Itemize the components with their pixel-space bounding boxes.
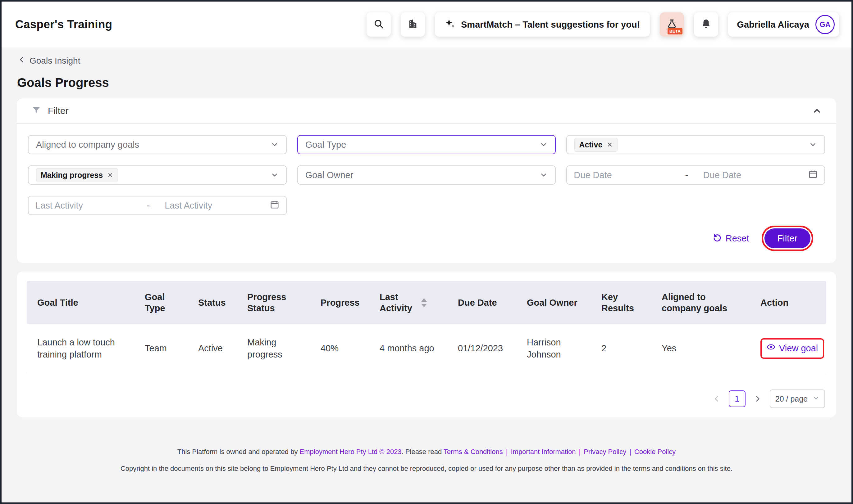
- chevron-down-icon: [813, 394, 819, 403]
- eye-icon: [767, 342, 775, 355]
- user-menu[interactable]: Gabriella Alicaya GA: [728, 13, 839, 37]
- smartmatch-button[interactable]: SmartMatch – Talent suggestions for you!: [435, 13, 650, 37]
- col-progress: Progress: [320, 297, 380, 308]
- reset-button[interactable]: Reset: [713, 233, 749, 244]
- app-title: Casper's Training: [15, 18, 112, 31]
- footer-text: . Please read: [402, 448, 443, 455]
- col-aligned: Aligned to company goals: [662, 291, 761, 314]
- pagination: 1 20 / page: [27, 390, 826, 408]
- goal-owner-placeholder: Goal Owner: [306, 170, 353, 180]
- footer-link-privacy[interactable]: Privacy Policy: [584, 448, 626, 455]
- status-select[interactable]: Active: [566, 135, 825, 154]
- footer-link-cookie[interactable]: Cookie Policy: [634, 448, 676, 455]
- page-title: Goals Progress: [17, 76, 851, 90]
- cell-action: View goal: [761, 338, 826, 358]
- footer: This Platform is owned and operated by E…: [2, 448, 851, 473]
- cell-goal-title: Launch a low touch training platform: [27, 337, 145, 361]
- progress-status-select[interactable]: Making progress: [28, 165, 287, 185]
- col-progress-status: Progress Status: [247, 291, 320, 314]
- table-header-row: Goal Title Goal Type Status Progress Sta…: [27, 281, 826, 324]
- last-activity-end-input[interactable]: Last Activity: [156, 200, 270, 211]
- smartmatch-label: SmartMatch – Talent suggestions for you!: [461, 20, 640, 30]
- footer-separator: |: [629, 448, 631, 455]
- footer-link-terms[interactable]: Terms & Conditions: [443, 448, 503, 455]
- aligned-to-company-goals-select[interactable]: Aligned to company goals: [28, 135, 287, 154]
- cell-goal-type: Team: [145, 342, 198, 355]
- last-activity-range[interactable]: Last Activity - Last Activity: [28, 196, 287, 215]
- col-status: Status: [198, 297, 247, 308]
- cell-status: Active: [198, 342, 247, 355]
- col-key-results: Key Results: [602, 291, 662, 314]
- sparkle-icon: [445, 18, 455, 31]
- due-date-range[interactable]: Due Date - Due Date: [566, 165, 825, 185]
- search-button[interactable]: [367, 13, 391, 37]
- filter-actions: Reset Filter: [28, 215, 825, 263]
- reset-icon: [713, 233, 722, 244]
- cell-aligned: Yes: [662, 342, 761, 355]
- status-chip: Active: [574, 138, 617, 152]
- col-last-activity[interactable]: Last Activity: [380, 291, 458, 314]
- chevron-down-icon: [809, 141, 817, 149]
- filter-submit-button[interactable]: Filter: [764, 229, 811, 248]
- collapse-filter-button[interactable]: [812, 106, 822, 116]
- filter-panel-header: Filter: [17, 98, 836, 124]
- footer-separator: |: [506, 448, 508, 455]
- top-bar: Casper's Training SmartMatch – Talent su…: [2, 2, 851, 48]
- footer-separator: |: [579, 448, 581, 455]
- cell-goal-owner: Harrison Johnson: [527, 337, 602, 361]
- col-goal-type: Goal Type: [145, 291, 198, 314]
- filter-panel-title: Filter: [48, 106, 69, 116]
- cell-last-activity: 4 months ago: [380, 342, 458, 355]
- cell-due-date: 01/12/2023: [458, 342, 527, 355]
- chevron-down-icon: [271, 171, 279, 179]
- progress-status-chip-label: Making progress: [41, 171, 103, 180]
- filter-panel: Filter Aligned to company goals Goal Typ…: [17, 98, 836, 263]
- due-date-start-input[interactable]: Due Date: [574, 170, 679, 180]
- calendar-icon: [270, 200, 279, 211]
- col-action: Action: [761, 297, 826, 308]
- cell-progress: 40%: [320, 342, 380, 355]
- previous-page-button[interactable]: [713, 395, 721, 403]
- goal-owner-select[interactable]: Goal Owner: [297, 165, 556, 185]
- avatar: GA: [815, 15, 835, 34]
- top-bar-actions: SmartMatch – Talent suggestions for you!…: [367, 13, 839, 37]
- building-icon: [407, 19, 418, 31]
- footer-company-link[interactable]: Employment Hero Pty Ltd © 2023: [300, 448, 402, 455]
- cell-progress-status: Making progress: [247, 337, 320, 361]
- close-icon[interactable]: [107, 172, 114, 178]
- range-separator: -: [147, 200, 150, 211]
- chevron-down-icon: [540, 171, 547, 179]
- company-switcher-button[interactable]: [401, 13, 425, 37]
- goal-type-select[interactable]: Goal Type: [297, 135, 556, 154]
- sort-icon[interactable]: [421, 298, 427, 307]
- close-icon[interactable]: [607, 142, 613, 148]
- status-chip-label: Active: [579, 140, 602, 149]
- view-goal-button[interactable]: View goal: [761, 338, 824, 358]
- goals-table-card: Goal Title Goal Type Status Progress Sta…: [17, 272, 836, 417]
- chevron-down-icon: [271, 141, 279, 149]
- footer-line1: This Platform is owned and operated by E…: [2, 448, 851, 456]
- table-row: Launch a low touch training platform Tea…: [27, 324, 826, 373]
- range-separator: -: [685, 170, 689, 180]
- user-name: Gabriella Alicaya: [737, 20, 809, 30]
- labs-beta-button[interactable]: BETA: [660, 13, 684, 37]
- due-date-end-input[interactable]: Due Date: [695, 170, 808, 180]
- col-goal-owner: Goal Owner: [527, 297, 602, 308]
- next-page-button[interactable]: [754, 395, 762, 403]
- filter-panel-body: Aligned to company goals Goal Type Activ…: [17, 124, 836, 263]
- app-window: Casper's Training SmartMatch – Talent su…: [0, 0, 853, 504]
- notifications-button[interactable]: [694, 13, 718, 37]
- chevron-left-icon: [18, 56, 26, 66]
- annotation-highlight-filter: Filter: [762, 226, 813, 251]
- footer-link-important[interactable]: Important Information: [511, 448, 576, 455]
- page-number[interactable]: 1: [729, 391, 746, 407]
- breadcrumb-back[interactable]: Goals Insight: [18, 56, 80, 66]
- aligned-placeholder: Aligned to company goals: [36, 140, 139, 150]
- footer-line2: Copyright in the documents on this site …: [2, 465, 851, 473]
- page-size-select[interactable]: 20 / page: [770, 390, 825, 408]
- goal-type-placeholder: Goal Type: [306, 140, 346, 150]
- reset-label: Reset: [726, 233, 749, 244]
- page-size-value: 20 / page: [775, 394, 808, 403]
- breadcrumb-label: Goals Insight: [30, 56, 80, 66]
- last-activity-start-input[interactable]: Last Activity: [35, 200, 141, 211]
